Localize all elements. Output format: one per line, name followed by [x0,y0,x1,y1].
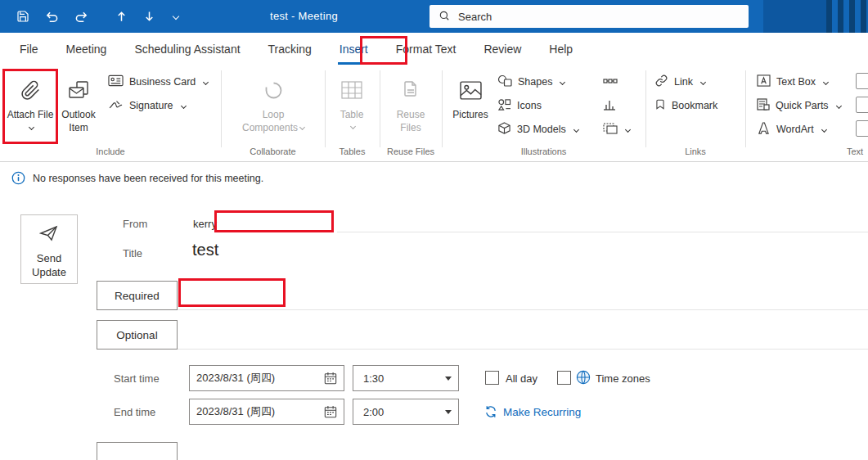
undo-icon[interactable] [45,11,59,23]
pictures-button[interactable]: Pictures [448,71,492,143]
envelope-icon [68,71,90,109]
tab-meeting[interactable]: Meeting [65,33,109,65]
location-button-partial[interactable] [97,442,178,460]
group-separator [221,70,222,147]
dropdown-arrow-icon [445,410,452,414]
window-title: test - Meeting [270,0,338,33]
save-icon[interactable] [16,10,29,23]
chevron-down-icon [299,124,305,130]
quick-parts-label: Quick Parts [776,100,829,111]
make-recurring-link[interactable]: Make Recurring [484,405,581,418]
customize-toolbar-chevron-icon[interactable] [171,14,178,19]
loop-components-label: Loop Components [242,109,298,133]
smartart-button[interactable] [603,73,618,91]
chevron-down-icon [573,126,579,132]
tab-help[interactable]: Help [547,33,574,65]
tab-review[interactable]: Review [482,33,523,65]
info-message: No responses have been received for this… [33,173,263,184]
end-date-field[interactable]: 2023/8/31 (周四) [189,399,344,425]
search-icon [438,10,450,24]
smartart-icon [603,75,618,89]
table-button[interactable]: Table [331,71,373,143]
start-time-combo[interactable]: 1:30 [353,365,459,391]
reuse-files-button[interactable]: Reuse Files [386,71,435,143]
bookmark-button[interactable]: Bookmark [654,97,717,115]
group-separator [380,70,380,147]
loop-components-button[interactable]: Loop Components [239,71,308,143]
tab-tracking[interactable]: Tracking [267,33,313,65]
from-value[interactable]: kerry [193,218,217,230]
outlook-item-button[interactable]: Outlook Item [56,71,101,143]
ribbon-button-partial[interactable] [856,73,868,89]
meeting-form: Send Update From kerry Title test Requir… [0,193,868,460]
ribbon-button-partial[interactable] [856,97,868,113]
globe-icon [576,370,591,385]
quick-parts-button[interactable]: Quick Parts [757,97,841,115]
start-date-value: 2023/8/31 (周四) [196,371,319,386]
calendar-icon[interactable] [324,405,337,418]
shapes-icon [497,74,512,89]
info-bar: No responses have been received for this… [0,163,868,193]
redo-icon[interactable] [74,11,88,23]
ribbon-button-partial[interactable] [856,120,868,137]
business-card-icon [108,74,124,89]
signature-button[interactable]: Signature [108,97,186,115]
send-update-button[interactable]: Send Update [20,214,78,284]
tab-scheduling-assistant[interactable]: Scheduling Assistant [133,33,241,65]
end-time-value: 2:00 [360,406,440,418]
table-label: Table [340,109,364,122]
search-placeholder: Search [458,11,492,23]
move-down-icon[interactable] [143,10,155,23]
make-recurring-label: Make Recurring [503,406,581,418]
tab-insert[interactable]: Insert [338,33,370,65]
all-day-label: All day [506,372,537,385]
ribbon-tab-row: File Meeting Scheduling Assistant Tracki… [0,33,868,65]
tab-file[interactable]: File [18,33,40,65]
group-separator [745,70,746,147]
chevron-down-icon [821,126,827,132]
shapes-button[interactable]: Shapes [497,73,564,91]
group-separator [325,70,326,147]
tab-format-text[interactable]: Format Text [394,33,458,65]
required-button[interactable]: Required [97,281,178,310]
reuse-files-label: Reuse Files [386,109,435,134]
optional-label: Optional [116,329,157,341]
required-field-line [178,309,868,310]
link-button[interactable]: Link [654,73,705,91]
titlebar-decoration [763,0,826,33]
3d-models-button[interactable]: 3D Models [497,120,578,138]
search-box[interactable]: Search [430,5,749,28]
chart-button[interactable] [603,97,616,115]
icons-icon [497,98,511,113]
chevron-down-icon [625,126,631,132]
attach-file-button[interactable]: Attach File [7,71,54,143]
time-zones-checkbox[interactable] [557,371,571,385]
optional-button[interactable]: Optional [97,320,178,350]
icons-button[interactable]: Icons [497,97,542,115]
text-box-label: Text Box [776,76,816,88]
paperclip-icon [20,71,41,109]
text-box-button[interactable]: Text Box [757,73,828,91]
chevron-down-icon [180,102,186,108]
outlook-meeting-window: test - Meeting Search File Meeting Sched… [0,0,868,460]
end-time-label: End time [114,406,155,418]
end-date-value: 2023/8/31 (周四) [196,404,319,419]
wordart-button[interactable]: WordArt [757,120,826,138]
title-value[interactable]: test [192,241,218,259]
chevron-down-icon [29,124,34,130]
screenshot-icon [603,123,618,137]
screenshot-button[interactable] [603,120,630,138]
end-time-combo[interactable]: 2:00 [353,399,459,425]
calendar-icon[interactable] [324,372,337,385]
all-day-checkbox[interactable] [485,371,499,385]
group-label-links: Links [645,147,745,156]
start-date-field[interactable]: 2023/8/31 (周四) [189,365,344,391]
titlebar: test - Meeting Search [0,0,868,33]
dropdown-arrow-icon [445,377,452,381]
title-label: Title [123,247,142,259]
move-up-icon[interactable] [115,10,128,23]
icons-label: Icons [517,100,542,111]
group-separator [442,70,443,147]
send-icon [39,225,59,246]
business-card-button[interactable]: Business Card [108,73,208,91]
